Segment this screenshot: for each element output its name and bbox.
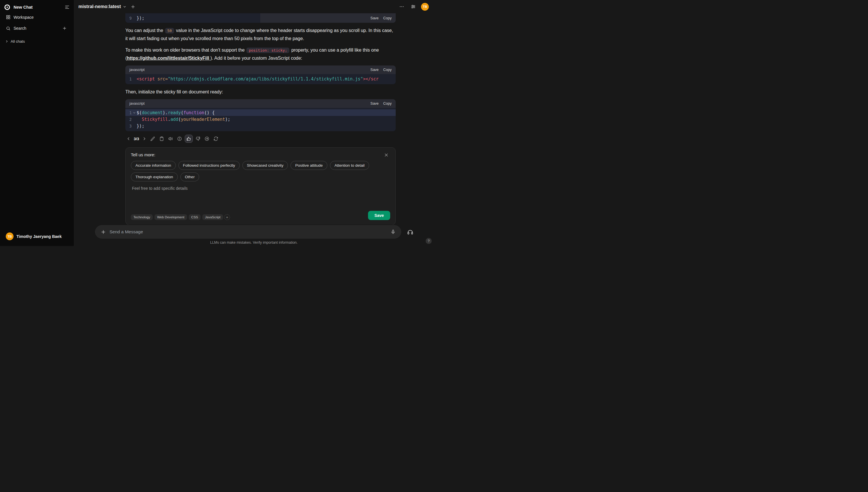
sidebar-spacer bbox=[0, 46, 74, 229]
code-copy-button[interactable]: Copy bbox=[383, 68, 392, 72]
code-text: $(document).ready(function() { bbox=[137, 110, 215, 115]
sidebar-new-chat-plus-icon[interactable] bbox=[61, 25, 68, 32]
continue-arrow-circle-icon[interactable] bbox=[203, 135, 211, 143]
line-number: 1 bbox=[125, 77, 132, 81]
feedback-reasons: Accurate informationFollowed instruction… bbox=[131, 161, 390, 181]
code-header: javascript Save Copy bbox=[125, 99, 396, 108]
read-aloud-speaker-icon[interactable] bbox=[167, 135, 174, 143]
headphones-call-icon[interactable] bbox=[406, 227, 415, 237]
composer-area: LLMs can make mistakes. Verify important… bbox=[74, 225, 434, 246]
prev-response-chevron-left-icon[interactable] bbox=[125, 136, 132, 142]
regenerate-refresh-icon[interactable] bbox=[212, 135, 219, 143]
chat-scroll-area[interactable]: 9}); Save Copy You can adjust the 50 val… bbox=[74, 13, 434, 225]
attach-plus-icon[interactable] bbox=[99, 228, 107, 236]
sidebar-item-all-chats[interactable]: All chats bbox=[0, 36, 74, 46]
code-copy-button[interactable]: Copy bbox=[383, 101, 392, 105]
sidebar-item-workspace[interactable]: Workspace bbox=[2, 13, 72, 22]
model-name: mistral-nemo:latest bbox=[78, 4, 121, 9]
line-number: 2 bbox=[125, 117, 132, 122]
sidebar-item-search[interactable]: Search bbox=[2, 23, 72, 34]
tag-chip[interactable]: Web Development bbox=[155, 214, 187, 220]
line-number: 3 bbox=[125, 124, 132, 128]
line-number: 1 bbox=[125, 110, 132, 115]
more-options-ellipsis-icon[interactable] bbox=[398, 3, 405, 10]
app-logo-icon bbox=[3, 4, 11, 11]
info-icon[interactable] bbox=[176, 135, 183, 143]
feedback-bottom-row: TechnologyWeb DevelopmentCSSJavaScript +… bbox=[131, 211, 390, 220]
new-chat-label: New Chat bbox=[14, 5, 32, 9]
code-lines: 1$(document).ready(function() {2 Stickyf… bbox=[125, 108, 396, 131]
feedback-reason-pill[interactable]: Accurate information bbox=[131, 161, 176, 170]
feedback-reason-pill[interactable]: Showcased creativity bbox=[242, 161, 288, 170]
disclaimer-text: LLMs can make mistakes. Verify important… bbox=[74, 241, 434, 245]
all-chats-label: All chats bbox=[11, 39, 25, 44]
tag-chip[interactable]: Technology bbox=[131, 214, 153, 220]
code-block-partial: 9}); Save Copy bbox=[125, 13, 396, 23]
feedback-reason-pill[interactable]: Thorough explanation bbox=[131, 172, 178, 181]
message-text: To make this work on older browsers that… bbox=[125, 48, 246, 52]
model-selector[interactable]: mistral-nemo:latest bbox=[78, 4, 127, 9]
code-block: javascript Save Copy 1$(document).ready(… bbox=[125, 99, 396, 131]
user-name: Timothy Jaeryang Baek bbox=[17, 234, 62, 239]
code-text: <script src="https://cdnjs.cloudflare.co… bbox=[137, 76, 379, 82]
message-paragraph: To make this work on older browsers that… bbox=[125, 46, 396, 62]
tag-chip[interactable]: CSS bbox=[189, 214, 201, 220]
chevron-down-icon bbox=[123, 5, 127, 9]
feedback-reason-pill[interactable]: Positive attitude bbox=[290, 161, 327, 170]
code-toolbar: Save Copy bbox=[260, 13, 396, 23]
feedback-reason-pill[interactable]: Other bbox=[180, 172, 200, 181]
copy-clipboard-icon[interactable] bbox=[158, 135, 165, 143]
user-avatar: TB bbox=[6, 232, 14, 240]
app-window: New Chat Workspace Search bbox=[0, 0, 434, 246]
inline-code: position: sticky; bbox=[246, 48, 289, 53]
message-text: ). Add it before your custom JavaScript … bbox=[210, 56, 302, 60]
code-text: Stickyfill.add(yourHeaderElement); bbox=[137, 117, 230, 122]
edit-pencil-icon[interactable] bbox=[149, 135, 156, 143]
message-composer bbox=[95, 225, 401, 239]
feedback-card: Tell us more: Accurate informationFollow… bbox=[125, 147, 396, 225]
feedback-reason-pill[interactable]: Attention to detail bbox=[330, 161, 369, 170]
sidebar: New Chat Workspace Search bbox=[0, 0, 74, 246]
close-icon[interactable] bbox=[383, 152, 390, 158]
code-language-label: javascript bbox=[129, 101, 144, 105]
code-header: javascript Save Copy bbox=[125, 66, 396, 74]
message-link[interactable]: https://github.com/littlestair/StickyFil… bbox=[127, 56, 210, 60]
new-chat-plus-button[interactable] bbox=[129, 3, 137, 10]
next-response-chevron-right-icon[interactable] bbox=[141, 136, 148, 142]
help-button[interactable]: ? bbox=[426, 238, 432, 244]
code-copy-button[interactable]: Copy bbox=[383, 16, 392, 20]
code-line: 9}); bbox=[125, 13, 260, 23]
code-line: 3}); bbox=[125, 123, 396, 129]
thumbs-up-icon[interactable] bbox=[185, 135, 193, 143]
code-text: }); bbox=[137, 123, 144, 129]
header-avatar[interactable]: TB bbox=[421, 3, 429, 11]
workspace-label: Workspace bbox=[14, 15, 34, 20]
code-language-label: javascript bbox=[129, 68, 144, 72]
topbar: mistral-nemo:latest TB bbox=[74, 0, 434, 13]
sidebar-header: New Chat bbox=[0, 2, 74, 12]
chevron-right-icon bbox=[5, 40, 8, 43]
user-menu[interactable]: TB Timothy Jaeryang Baek bbox=[2, 229, 72, 243]
topbar-right: TB bbox=[398, 3, 429, 11]
feedback-reason-pill[interactable]: Followed instructions perfectly bbox=[178, 161, 240, 170]
code-line: 1<script src="https://cdnjs.cloudflare.c… bbox=[125, 76, 396, 82]
code-block: javascript Save Copy 1<script src="https… bbox=[125, 66, 396, 84]
feedback-comment-input[interactable] bbox=[131, 185, 390, 209]
code-line: 2 Stickyfill.add(yourHeaderElement); bbox=[125, 116, 396, 123]
code-save-button[interactable]: Save bbox=[370, 68, 379, 72]
controls-sliders-icon[interactable] bbox=[410, 3, 417, 10]
message-input[interactable] bbox=[109, 229, 389, 235]
code-save-button[interactable]: Save bbox=[370, 16, 379, 20]
fold-chevron-icon[interactable] bbox=[132, 111, 137, 114]
new-chat-button[interactable]: New Chat bbox=[3, 4, 63, 11]
feedback-tags: TechnologyWeb DevelopmentCSSJavaScript bbox=[131, 214, 223, 220]
add-tag-plus-icon[interactable]: + bbox=[224, 214, 230, 220]
tag-chip[interactable]: JavaScript bbox=[202, 214, 223, 220]
code-save-button[interactable]: Save bbox=[370, 101, 379, 105]
microphone-icon[interactable] bbox=[389, 228, 397, 236]
feedback-save-button[interactable]: Save bbox=[368, 211, 390, 220]
search-label: Search bbox=[14, 26, 26, 30]
thumbs-down-icon[interactable] bbox=[194, 135, 202, 143]
search-icon bbox=[6, 26, 11, 31]
sidebar-toggle-icon[interactable] bbox=[63, 3, 71, 11]
